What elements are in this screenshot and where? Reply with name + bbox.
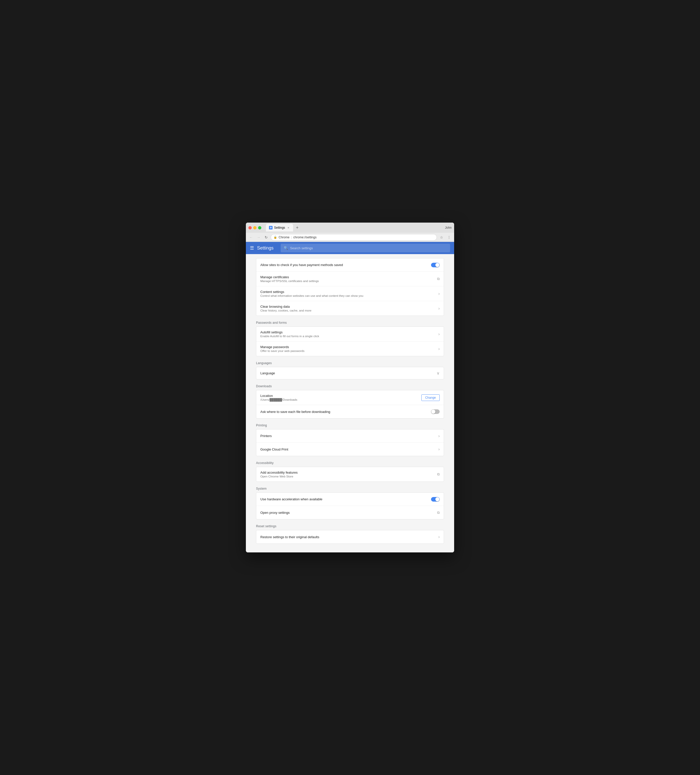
toggle-control[interactable] (431, 409, 440, 414)
chevron-control: › (438, 332, 440, 336)
row-text: Language (260, 371, 434, 375)
accessibility-card: Add accessibility features Open Chrome W… (256, 467, 444, 482)
chevron-control: › (438, 306, 440, 311)
browser-window: ⚙ Settings × + John ← → ↻ 🔒 Chrome | chr… (246, 223, 454, 552)
external-link-control: ⧉ (437, 472, 440, 476)
location-text: Location /Users/██████/Downloads (260, 394, 421, 401)
list-item[interactable]: Clear browsing data Clear history, cooki… (256, 301, 444, 316)
bookmark-star-icon[interactable]: ☆ (438, 234, 445, 240)
new-tab-button[interactable]: + (294, 225, 300, 231)
external-link-icon: ⧉ (437, 472, 440, 476)
user-profile-name[interactable]: John (445, 226, 451, 230)
chevron-right-icon: › (438, 447, 440, 452)
close-traffic-light[interactable] (249, 226, 252, 230)
row-desc: Open Chrome Web Store (260, 475, 434, 478)
chevron-control: › (438, 447, 440, 452)
address-bar: ← → ↻ 🔒 Chrome | chrome://settings ☆ ⋮ (246, 233, 454, 242)
section-label-printing: Printing (256, 419, 444, 429)
address-path: chrome://settings (294, 236, 317, 239)
hamburger-menu-icon[interactable]: ☰ (250, 245, 254, 251)
active-tab[interactable]: ⚙ Settings × (266, 224, 293, 231)
chevron-down-icon: ∨ (436, 371, 440, 376)
row-title: Add accessibility features (260, 471, 434, 474)
section-label-downloads: Downloads (256, 380, 444, 390)
list-item: Location /Users/██████/Downloads Change (256, 390, 444, 405)
tab-close-button[interactable]: × (287, 226, 290, 230)
row-title: Open proxy settings (260, 511, 434, 514)
toggle-knob (431, 410, 435, 414)
list-item[interactable]: Add accessibility features Open Chrome W… (256, 467, 444, 482)
row-desc: Clear history, cookies, cache, and more (260, 309, 435, 312)
external-link-control: ⧉ (437, 511, 440, 515)
row-desc: Enable Autofill to fill out forms in a s… (260, 335, 435, 338)
minimize-traffic-light[interactable] (253, 226, 257, 230)
languages-card: Language ∨ (256, 367, 444, 379)
downloads-card: Location /Users/██████/Downloads Change … (256, 390, 444, 419)
row-desc: Control what information websites can us… (260, 294, 435, 297)
row-title: Google Cloud Print (260, 447, 435, 451)
list-item[interactable]: Manage passwords Offer to save your web … (256, 341, 444, 356)
list-item[interactable]: Language ∨ (256, 367, 444, 379)
address-separator: | (291, 236, 292, 239)
forward-button[interactable]: → (255, 234, 262, 240)
settings-page-title: Settings (257, 246, 274, 251)
row-title: Manage passwords (260, 345, 435, 349)
browser-menu-icon[interactable]: ⋮ (446, 234, 452, 240)
list-item[interactable]: Printers › (256, 429, 444, 442)
row-title: Restore settings to their original defau… (260, 535, 435, 539)
row-text: Add accessibility features Open Chrome W… (260, 471, 434, 478)
settings-header: ☰ Settings 🔍 Search settings (246, 242, 454, 254)
hardware-acceleration-toggle[interactable] (431, 497, 440, 502)
list-item[interactable]: Google Cloud Print › (256, 442, 444, 456)
external-link-icon: ⧉ (437, 277, 440, 281)
list-item[interactable]: Use hardware acceleration when available (256, 493, 444, 506)
external-link-icon: ⧉ (437, 511, 440, 515)
title-bar: ⚙ Settings × + John (246, 223, 454, 233)
list-item[interactable]: Allow sites to check if you have payment… (256, 258, 444, 272)
row-text: Use hardware acceleration when available (260, 497, 428, 501)
row-title: Use hardware acceleration when available (260, 497, 428, 501)
row-desc: Manage HTTPS/SSL certificates and settin… (260, 279, 434, 283)
change-location-button[interactable]: Change (421, 394, 440, 401)
toggle-control[interactable] (431, 497, 440, 502)
list-item[interactable]: Open proxy settings ⧉ (256, 506, 444, 519)
list-item[interactable]: Content settings Control what informatio… (256, 286, 444, 301)
chevron-control: › (438, 535, 440, 539)
toggle-knob (435, 263, 440, 267)
address-input[interactable]: 🔒 Chrome | chrome://settings (271, 234, 437, 241)
list-item[interactable]: Restore settings to their original defau… (256, 530, 444, 544)
tab-title: Settings (274, 226, 285, 230)
section-label-reset: Reset settings (256, 521, 444, 530)
back-button[interactable]: ← (248, 234, 254, 240)
row-text: Allow sites to check if you have payment… (260, 263, 428, 267)
chevron-right-icon: › (438, 306, 440, 311)
address-chrome-label: Chrome (279, 236, 290, 239)
chevron-right-icon: › (438, 535, 440, 539)
toggle-control[interactable] (431, 263, 440, 267)
row-title: Manage certificates (260, 275, 434, 279)
chevron-control: › (438, 347, 440, 351)
reload-button[interactable]: ↻ (263, 234, 269, 240)
maximize-traffic-light[interactable] (258, 226, 261, 230)
settings-body: Allow sites to check if you have payment… (256, 254, 444, 552)
search-box[interactable]: 🔍 Search settings (281, 244, 450, 252)
ask-where-toggle[interactable] (431, 409, 440, 414)
location-title: Location (260, 394, 421, 397)
row-text: Google Cloud Print (260, 447, 435, 451)
location-path: /Users/██████/Downloads (260, 398, 421, 401)
row-title: Ask where to save each file before downl… (260, 410, 428, 414)
tab-bar: ⚙ Settings × + (266, 224, 443, 231)
list-item[interactable]: Ask where to save each file before downl… (256, 405, 444, 418)
list-item[interactable]: Manage certificates Manage HTTPS/SSL cer… (256, 272, 444, 286)
main-content: Allow sites to check if you have payment… (246, 254, 454, 552)
lock-icon: 🔒 (274, 236, 277, 239)
row-text: Manage certificates Manage HTTPS/SSL cer… (260, 275, 434, 283)
toggle-knob (435, 497, 440, 501)
row-text: Content settings Control what informatio… (260, 290, 435, 297)
list-item[interactable]: Autofill settings Enable Autofill to fil… (256, 327, 444, 341)
section-label-accessibility: Accessibility (256, 457, 444, 467)
payment-methods-toggle[interactable] (431, 263, 440, 267)
search-placeholder-text: Search settings (290, 246, 313, 250)
passwords-card: Autofill settings Enable Autofill to fil… (256, 326, 444, 356)
row-title: Allow sites to check if you have payment… (260, 263, 428, 267)
